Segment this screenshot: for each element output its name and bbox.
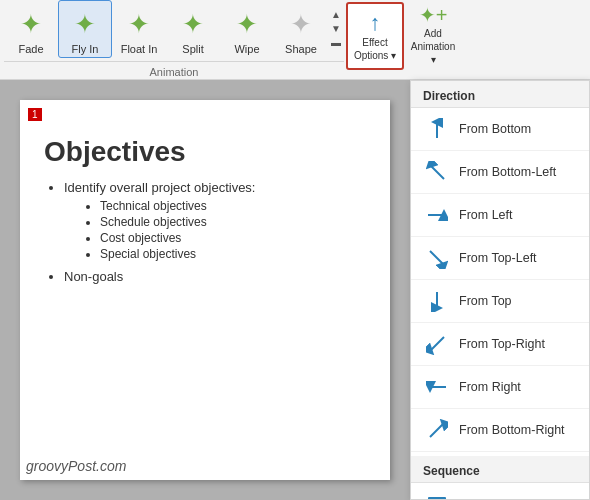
shape-label: Shape [285,43,317,55]
animation-shape[interactable]: ✦ Shape [274,0,328,58]
from-top-left-label: From Top-Left [459,251,537,265]
from-bottom-left-icon [423,158,451,186]
scroll-up-arrow[interactable]: ▲ [331,8,341,22]
list-item: Schedule objectives [100,215,366,229]
scroll-arrows: ▲ ▼ ▬ [328,0,344,58]
direction-from-bottom[interactable]: From Bottom [411,108,589,151]
direction-from-top[interactable]: From Top [411,280,589,323]
from-bottom-right-icon [423,416,451,444]
list-item: Technical objectives [100,199,366,213]
wipe-label: Wipe [234,43,259,55]
sequence-section-header: Sequence [411,456,589,483]
float-in-label: Float In [121,43,158,55]
from-top-left-icon [423,244,451,272]
effect-options-button[interactable]: ↑ EffectOptions ▾ [346,2,404,70]
add-animation-icon: ✦+ [419,3,448,27]
slide-number: 1 [28,108,42,121]
effect-options-icon: ↑ [370,10,381,36]
fade-label: Fade [18,43,43,55]
add-animation-label: AddAnimation ▾ [409,27,457,66]
direction-from-bottom-right[interactable]: From Bottom-Right [411,409,589,452]
animation-group: ✦ Fade ✦ Fly In ✦ Float In ✦ Split ✦ Wip… [4,0,344,79]
svg-line-5 [430,337,444,351]
from-bottom-left-label: From Bottom-Left [459,165,556,179]
slide-title: Objectives [44,136,366,168]
from-left-label: From Left [459,208,513,222]
scroll-more-arrow[interactable]: ▬ [331,36,341,50]
scroll-down-arrow[interactable]: ▼ [331,22,341,36]
split-icon: ✦ [182,9,204,40]
shape-icon: ✦ [290,9,312,40]
direction-section-header: Direction [411,81,589,108]
effect-options-label: EffectOptions ▾ [354,36,396,62]
fly-in-icon: ✦ [74,9,96,40]
animation-group-label: Animation [4,61,344,79]
float-in-icon: ✦ [128,9,150,40]
direction-from-top-left[interactable]: From Top-Left [411,237,589,280]
animation-fly-in[interactable]: ✦ Fly In [58,0,112,58]
slide-canvas: 1 Objectives Identify overall project ob… [0,80,410,500]
svg-line-7 [430,423,444,437]
animation-fade[interactable]: ✦ Fade [4,0,58,58]
from-left-icon [423,201,451,229]
svg-line-1 [430,165,444,179]
direction-from-top-right[interactable]: From Top-Right [411,323,589,366]
list-item: Identify overall project objectives: [64,180,366,195]
main-area: 1 Objectives Identify overall project ob… [0,80,590,500]
direction-from-left[interactable]: From Left [411,194,589,237]
from-top-right-label: From Top-Right [459,337,545,351]
animation-float-in[interactable]: ✦ Float In [112,0,166,58]
as-one-object-icon [423,490,451,500]
list-item: Cost objectives [100,231,366,245]
direction-from-right[interactable]: From Right [411,366,589,409]
slide: 1 Objectives Identify overall project ob… [20,100,390,480]
slide-content: Identify overall project objectives: Tec… [44,180,366,284]
add-animation-button[interactable]: ✦+ AddAnimation ▾ [406,0,460,68]
from-bottom-right-label: From Bottom-Right [459,423,565,437]
fade-icon: ✦ [20,9,42,40]
fly-in-label: Fly In [72,43,99,55]
watermark: groovyPost.com [26,458,126,474]
from-right-icon [423,373,451,401]
ribbon: ✦ Fade ✦ Fly In ✦ Float In ✦ Split ✦ Wip… [0,0,590,80]
from-bottom-icon [423,115,451,143]
svg-line-3 [430,251,444,265]
list-item: Special objectives [100,247,366,261]
direction-from-bottom-left[interactable]: From Bottom-Left [411,151,589,194]
animation-buttons: ✦ Fade ✦ Fly In ✦ Float In ✦ Split ✦ Wip… [4,0,344,58]
from-top-label: From Top [459,294,512,308]
split-label: Split [182,43,203,55]
animation-split[interactable]: ✦ Split [166,0,220,58]
from-top-right-icon [423,330,451,358]
sequence-as-one-object[interactable]: As One Object [411,483,589,500]
list-item: Non-goals [64,269,366,284]
animation-wipe[interactable]: ✦ Wipe [220,0,274,58]
from-bottom-label: From Bottom [459,122,531,136]
effect-options-panel: Direction From Bottom From Bottom-Left F… [410,80,590,500]
from-top-icon [423,287,451,315]
wipe-icon: ✦ [236,9,258,40]
from-right-label: From Right [459,380,521,394]
